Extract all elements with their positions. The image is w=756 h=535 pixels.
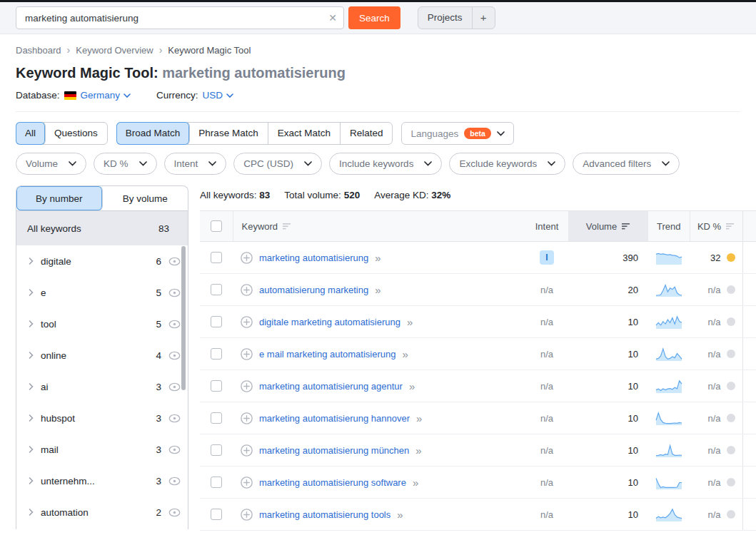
eye-icon[interactable]: [168, 445, 181, 454]
open-keyword-icon[interactable]: »: [375, 252, 380, 264]
sort-icon[interactable]: [726, 223, 735, 230]
select-all-checkbox[interactable]: [211, 220, 222, 232]
row-checkbox[interactable]: [211, 509, 222, 520]
sidebar-group-row[interactable]: online 4: [16, 340, 188, 371]
eye-icon[interactable]: [168, 508, 181, 517]
keyword-link[interactable]: automatisierung marketing: [259, 285, 368, 295]
row-checkbox[interactable]: [211, 316, 222, 327]
eye-icon[interactable]: [168, 477, 181, 486]
add-to-list-icon[interactable]: [241, 477, 253, 489]
open-keyword-icon[interactable]: »: [402, 348, 408, 360]
sidebar-group-row[interactable]: tool 5: [16, 308, 188, 340]
match-tab-related[interactable]: Related: [341, 123, 393, 144]
match-tab-phrase-match[interactable]: Phrase Match: [189, 123, 268, 144]
filter-dropdown-include-keywords[interactable]: Include keywords: [329, 153, 442, 175]
keyword-link[interactable]: marketing automatisierung: [259, 253, 368, 263]
filter-dropdown-intent[interactable]: Intent: [164, 153, 227, 175]
search-input[interactable]: [16, 6, 344, 29]
sort-icon[interactable]: [283, 223, 291, 230]
filter-dropdown-volume[interactable]: Volume: [16, 153, 86, 175]
keyword-link[interactable]: marketing automatisierung software: [259, 477, 406, 488]
eye-icon[interactable]: [168, 382, 181, 392]
chevron-right-icon[interactable]: [29, 383, 34, 390]
keyword-link[interactable]: marketing automatisierung hannover: [259, 413, 410, 424]
add-to-list-icon[interactable]: [241, 412, 253, 424]
filter-dropdown-kd[interactable]: KD %: [94, 153, 157, 175]
chevron-right-icon[interactable]: [29, 414, 34, 422]
row-checkbox[interactable]: [211, 412, 222, 424]
match-tab-broad-match[interactable]: Broad Match: [116, 122, 191, 145]
keyword-link[interactable]: marketing automatisierung münchen: [259, 445, 409, 456]
keyword-link[interactable]: digitale marketing automatisierung: [259, 317, 400, 327]
sidebar-scrollbar-thumb[interactable]: [181, 246, 186, 390]
sidebar-group-row[interactable]: automation 2: [16, 496, 188, 528]
sidebar-all-keywords-row[interactable]: All keywords 83: [16, 211, 188, 245]
clear-search-icon[interactable]: ✕: [328, 11, 337, 24]
keyword-link[interactable]: marketing automatisierung tools: [259, 509, 390, 520]
add-to-list-icon[interactable]: [241, 316, 253, 328]
breadcrumb-item[interactable]: Dashboard: [16, 45, 61, 56]
add-project-button[interactable]: +: [473, 7, 495, 29]
match-tab-exact-match[interactable]: Exact Match: [268, 123, 341, 144]
sidebar-group-row[interactable]: digitale 6: [16, 245, 188, 277]
add-to-list-icon[interactable]: [241, 509, 253, 521]
open-keyword-icon[interactable]: »: [375, 284, 380, 296]
filter-dropdown-cpc-usd[interactable]: CPC (USD): [233, 153, 322, 175]
open-keyword-icon[interactable]: »: [416, 412, 422, 424]
chevron-right-icon[interactable]: [29, 509, 34, 516]
sidebar-group-row[interactable]: mail 3: [16, 434, 188, 465]
chevron-right-icon[interactable]: [29, 352, 34, 359]
keyword-link[interactable]: e mail marketing automatisierung: [259, 349, 395, 360]
search-button[interactable]: Search: [348, 6, 400, 29]
languages-dropdown[interactable]: Languages beta: [401, 122, 513, 145]
row-checkbox[interactable]: [211, 348, 222, 360]
sidebar-toggle-by-volume[interactable]: By volume: [103, 186, 188, 210]
table-row: marketing automatisierung münchen » n/a …: [200, 434, 756, 467]
chevron-right-icon[interactable]: [29, 446, 34, 453]
add-to-list-icon[interactable]: [241, 252, 253, 264]
eye-icon[interactable]: [168, 320, 181, 329]
chevron-right-icon[interactable]: [29, 477, 34, 484]
eye-icon[interactable]: [168, 288, 181, 297]
open-keyword-icon[interactable]: »: [415, 444, 421, 457]
database-dropdown[interactable]: Germany: [81, 90, 131, 101]
match-tab-questions[interactable]: Questions: [45, 123, 107, 144]
volume-column-header[interactable]: Volume: [568, 211, 648, 242]
keyword-link[interactable]: marketing automatisierung agentur: [259, 381, 403, 392]
filter-dropdown-advanced-filters[interactable]: Advanced filters: [573, 153, 680, 175]
add-to-list-icon[interactable]: [241, 444, 253, 457]
open-keyword-icon[interactable]: »: [413, 477, 418, 489]
match-tab-all[interactable]: All: [16, 122, 46, 145]
add-to-list-icon[interactable]: [241, 348, 253, 360]
chevron-right-icon[interactable]: [29, 320, 34, 327]
eye-icon[interactable]: [168, 351, 181, 360]
open-keyword-icon[interactable]: »: [409, 380, 415, 392]
eye-icon[interactable]: [168, 257, 181, 266]
row-checkbox[interactable]: [211, 284, 222, 295]
kd-column-header[interactable]: KD %: [690, 211, 742, 242]
intent-cell: n/a: [525, 274, 568, 306]
open-keyword-icon[interactable]: »: [407, 316, 413, 328]
row-checkbox[interactable]: [211, 380, 222, 392]
eye-icon[interactable]: [168, 414, 181, 423]
row-checkbox[interactable]: [211, 477, 222, 488]
sidebar-toggle-by-number[interactable]: By number: [16, 186, 103, 210]
projects-button[interactable]: Projects: [418, 7, 473, 29]
table-row: marketing automatisierung tools » n/a 10…: [200, 499, 756, 531]
filter-dropdown-exclude-keywords[interactable]: Exclude keywords: [449, 153, 565, 175]
keyword-column-header[interactable]: Keyword: [233, 211, 525, 242]
chevron-right-icon[interactable]: [29, 289, 34, 296]
add-to-list-icon[interactable]: [241, 380, 253, 392]
breadcrumb-item[interactable]: Keyword Overview: [76, 45, 153, 56]
currency-dropdown[interactable]: USD: [203, 90, 234, 101]
row-checkbox[interactable]: [211, 252, 222, 263]
row-checkbox[interactable]: [211, 444, 222, 456]
sidebar-group-row[interactable]: ai 3: [16, 371, 188, 402]
sidebar-group-row[interactable]: hubspot 3: [16, 402, 188, 434]
sort-active-icon[interactable]: [622, 223, 630, 230]
open-keyword-icon[interactable]: »: [397, 509, 403, 521]
add-to-list-icon[interactable]: [241, 284, 253, 296]
chevron-right-icon[interactable]: [29, 258, 34, 265]
sidebar-group-row[interactable]: e 5: [16, 277, 188, 308]
sidebar-group-row[interactable]: unternehm... 3: [16, 465, 188, 496]
